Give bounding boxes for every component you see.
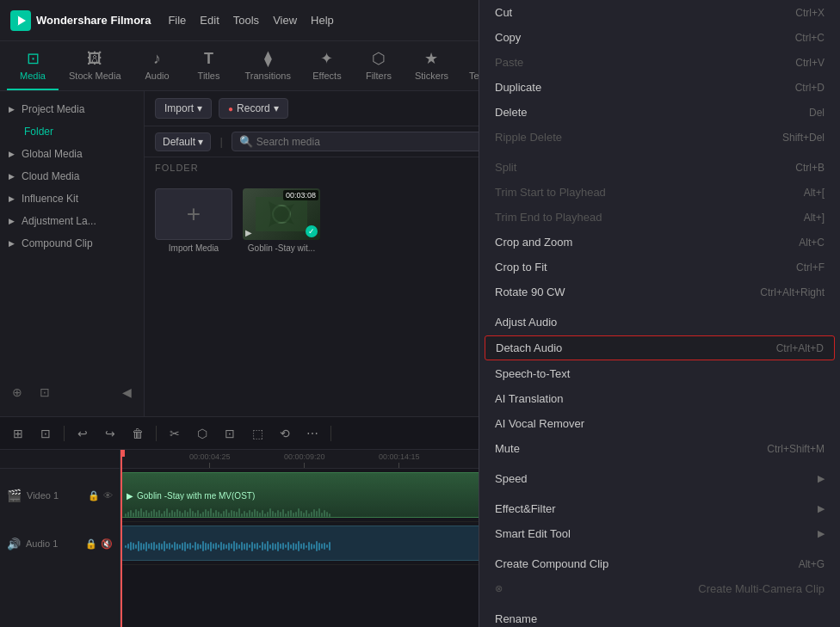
timeline-grid-button[interactable]: ⊞ (7, 422, 29, 445)
sidebar-item-global-media[interactable]: ▶ Global Media (0, 143, 144, 165)
adjust-audio-label: Adjust Audio (495, 316, 557, 329)
tab-filters[interactable]: ⬡ Filters (353, 41, 405, 90)
context-menu-crop-fit[interactable]: Crop to Fit Ctrl+F (479, 255, 840, 280)
sidebar-item-cloud-media[interactable]: ▶ Cloud Media (0, 165, 144, 187)
effects-icon: ✦ (320, 49, 333, 68)
context-menu-cut[interactable]: Cut Ctrl+X (479, 0, 840, 25)
playhead-head (120, 450, 125, 457)
tab-audio[interactable]: ♪ Audio (132, 41, 183, 90)
video-thumb[interactable]: 00:03:08 ▶ ✓ (243, 188, 320, 240)
import-media-thumb[interactable]: + (155, 188, 232, 240)
tab-titles[interactable]: T Titles (183, 41, 235, 90)
context-menu-detach-audio[interactable]: Detach Audio Ctrl+Alt+D (485, 335, 835, 360)
record-label: Record (237, 102, 270, 114)
context-menu-crop-zoom[interactable]: Crop and Zoom Alt+C (479, 230, 840, 255)
delete-label: Delete (495, 106, 528, 119)
tab-stock-media[interactable]: 🖼 Stock Media (59, 41, 132, 90)
track-labels-panel: 🎬 Video 1 🔒 👁 🔊 Audio 1 🔒 🔇 (0, 450, 120, 627)
tab-media-label: Media (20, 71, 46, 81)
menu-view[interactable]: View (273, 14, 297, 27)
video-hide-button[interactable]: 👁 (103, 490, 113, 501)
import-label: Import (164, 102, 194, 114)
import-button[interactable]: Import ▾ (155, 98, 212, 119)
view-select[interactable]: Default ▾ (155, 132, 211, 151)
view-label: Default (163, 136, 195, 148)
speed-label: Speed (495, 472, 528, 485)
video-play-icon: ▶ (245, 228, 252, 237)
collapse-sidebar-button[interactable]: ◀ (116, 382, 137, 403)
crop-fit-shortcut: Ctrl+F (796, 261, 825, 274)
timeline-magnet-button[interactable]: ⊡ (34, 422, 57, 445)
context-menu-speed[interactable]: Speed ▶ (479, 466, 840, 491)
copy-shortcut: Ctrl+C (795, 32, 825, 44)
toolbar-divider-2 (156, 426, 157, 441)
playhead[interactable] (120, 450, 122, 627)
sidebar-item-project-media[interactable]: ▶ Project Media (0, 98, 144, 120)
media-grid: + Import Media 00:03:08 ▶ ✓ (145, 178, 492, 263)
chevron-right-icon-4: ▶ (9, 194, 15, 203)
more-button[interactable]: ⋯ (301, 422, 324, 445)
split-shortcut: Ctrl+B (795, 162, 825, 174)
undo-button[interactable]: ↩ (71, 422, 94, 445)
context-menu-duplicate[interactable]: Duplicate Ctrl+D (479, 75, 840, 100)
delete-button[interactable]: 🗑 (127, 422, 149, 445)
sidebar-item-influence-kit[interactable]: ▶ Influence Kit (0, 187, 144, 210)
tab-stickers[interactable]: ★ Stickers (405, 41, 459, 90)
import-media-item[interactable]: + Import Media (155, 188, 232, 253)
context-menu-rotate[interactable]: Rotate 90 CW Ctrl+Alt+Right (479, 280, 840, 304)
transform-button[interactable]: ⬚ (246, 422, 269, 445)
context-menu-ai-vocal[interactable]: AI Vocal Remover (479, 411, 840, 436)
trim-end-label: Trim End to Playhead (495, 211, 602, 224)
ruler-tick-3 (398, 463, 399, 468)
tab-media[interactable]: ⊡ Media (7, 41, 59, 90)
video-track-controls: 🔒 👁 (88, 490, 113, 501)
rotate-button[interactable]: ⟲ (274, 422, 296, 445)
ruler-tick-2 (304, 463, 305, 468)
audio-mute-button[interactable]: 🔇 (101, 538, 113, 550)
ruler-tick-1 (209, 463, 210, 468)
redo-button[interactable]: ↪ (99, 422, 121, 445)
context-menu-speech-text[interactable]: Speech-to-Text (479, 361, 840, 386)
sidebar-item-folder[interactable]: Folder (0, 120, 144, 143)
chevron-right-icon-6: ▶ (9, 239, 15, 248)
effect-filter-label: Effect&Filter (495, 502, 556, 515)
ruler-mark-2: 00:00:09:20 (284, 452, 325, 463)
video-media-item[interactable]: 00:03:08 ▶ ✓ Goblin -Stay wit... (243, 188, 320, 253)
context-menu-copy[interactable]: Copy Ctrl+C (479, 25, 840, 50)
record-button[interactable]: ● Record ▾ (219, 98, 288, 119)
context-menu-ai-translation[interactable]: AI Translation (479, 386, 840, 411)
ripple-delete-label: Ripple Delete (495, 131, 562, 144)
context-menu-delete[interactable]: Delete Del (479, 100, 840, 125)
detach-audio-label: Detach Audio (496, 341, 562, 354)
audio-lock-button[interactable]: 🔒 (85, 538, 97, 550)
context-menu-mute[interactable]: Mute Ctrl+Shift+M (479, 436, 840, 461)
cut-button[interactable]: ✂ (164, 422, 186, 445)
context-menu-compound-clip[interactable]: Create Compound Clip Alt+G (479, 551, 840, 576)
crop-button[interactable]: ⬡ (191, 422, 213, 445)
menu-edit[interactable]: Edit (200, 14, 219, 27)
chevron-right-icon-3: ▶ (9, 172, 15, 181)
context-menu-rename[interactable]: Rename (479, 606, 840, 627)
context-menu-smart-edit[interactable]: Smart Edit Tool ▶ (479, 521, 840, 546)
tab-effects[interactable]: ✦ Effects (301, 41, 353, 90)
menu-tools[interactable]: Tools (233, 14, 259, 27)
tab-transitions[interactable]: ⧫ Transitions (235, 41, 301, 90)
zoom-button[interactable]: ⊡ (219, 422, 241, 445)
add-item-button[interactable]: ⊡ (34, 382, 55, 403)
video-lock-button[interactable]: 🔒 (88, 490, 100, 501)
sidebar-item-adjustment[interactable]: ▶ Adjustment La... (0, 210, 144, 232)
video-duration-badge: 00:03:08 (283, 190, 318, 200)
menu-file[interactable]: File (168, 14, 186, 27)
context-menu-effect-filter[interactable]: Effect&Filter ▶ (479, 496, 840, 521)
search-separator: | (219, 135, 222, 148)
sidebar-item-compound-clip[interactable]: ▶ Compound Clip (0, 232, 144, 255)
sidebar: ▶ Project Media Folder ▶ Global Media ▶ … (0, 91, 145, 416)
toolbar-divider-3 (330, 426, 331, 441)
search-input[interactable] (256, 136, 474, 148)
menu-help[interactable]: Help (311, 14, 334, 27)
context-menu-adjust-audio[interactable]: Adjust Audio (479, 310, 840, 335)
context-menu-paste: Paste Ctrl+V (479, 50, 840, 75)
compound-clip-shortcut: Alt+G (799, 558, 825, 570)
add-folder-button[interactable]: ⊕ (7, 382, 28, 403)
context-menu-multicam: ⊗ Create Multi-Camera Clip (479, 576, 840, 601)
